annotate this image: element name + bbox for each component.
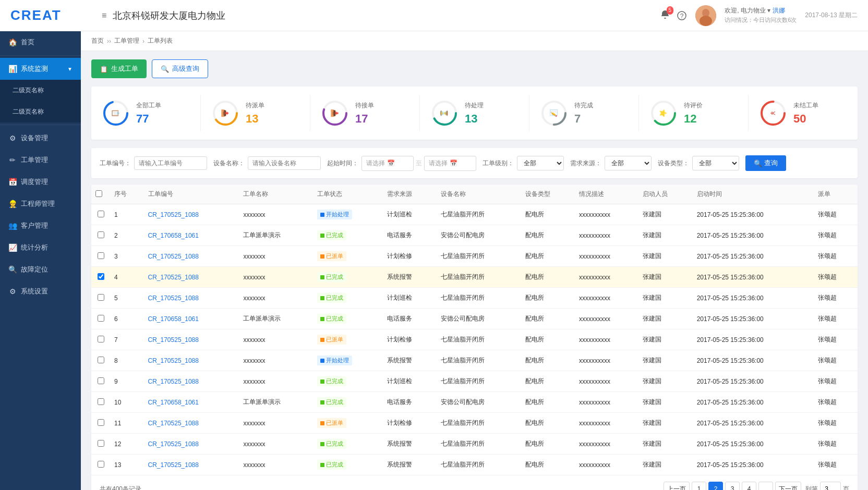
sidebar-item-sub2[interactable]: 二级页名称 — [0, 101, 81, 123]
sidebar-label-customer: 客户管理 — [21, 221, 48, 230]
row-checkbox[interactable] — [98, 315, 104, 322]
sidebar-item-fault[interactable]: 🔍 故障定位 — [0, 259, 81, 280]
device-name-input[interactable] — [248, 156, 321, 170]
row-device-type: 配电所 — [521, 392, 575, 413]
filter-order-level: 工单级别： 全部 — [483, 156, 564, 170]
notification-bell-wrapper[interactable]: 5 — [660, 9, 670, 21]
row-checkbox-cell — [91, 434, 110, 455]
query-search-icon: 🔍 — [754, 160, 762, 167]
table-row[interactable]: 3 CR_170525_1088 xxxxxxx 已派单 计划检修 七星油脂开闭… — [91, 246, 858, 267]
stat-card-2[interactable]: 📥 待接单 17 — [310, 95, 420, 131]
page-main-title: 北京科锐研发大厦电力物业 — [113, 9, 225, 22]
stat-info-3: 待处理 13 — [465, 101, 484, 126]
sidebar-item-device-mgmt[interactable]: ⚙ 设备管理 — [0, 127, 81, 149]
sidebar-label-sub2: 二级页名称 — [13, 107, 44, 116]
query-button[interactable]: 🔍 查询 — [745, 155, 786, 171]
stat-card-5[interactable]: ⭐ 待评价 12 — [639, 95, 749, 131]
table-row[interactable]: 10 CR_170658_1061 工单派单演示 已完成 电话服务 安德公司配电… — [91, 392, 858, 413]
row-checkbox[interactable] — [98, 357, 104, 363]
th-checkbox — [91, 185, 110, 204]
row-desc: xxxxxxxxxx — [575, 350, 639, 371]
row-start-time: 2017-05-25 15:25:36:00 — [693, 204, 814, 225]
row-demand-source: 计划检修 — [383, 413, 437, 434]
page-btn-3[interactable]: 3 — [725, 482, 740, 490]
table-row[interactable]: 2 CR_170658_1061 工单派单演示 已完成 电话服务 安德公司配电房… — [91, 225, 858, 246]
sidebar-item-customer[interactable]: 👥 客户管理 — [0, 215, 81, 237]
sidebar-item-stats[interactable]: 📈 统计分析 — [0, 237, 81, 259]
row-status: 已完成 — [313, 225, 383, 246]
table-row[interactable]: 7 CR_170525_1088 xxxxxxx 已派单 计划检修 七星油脂开闭… — [91, 329, 858, 350]
row-checkbox[interactable] — [98, 377, 104, 384]
sidebar-item-schedule[interactable]: 📅 调度管理 — [0, 171, 81, 193]
svg-text:📥: 📥 — [330, 109, 339, 118]
row-checkbox[interactable] — [98, 398, 104, 405]
sidebar-item-work-order[interactable]: ✏ 工单管理 — [0, 149, 81, 171]
stat-card-6[interactable]: ¥ 未结工单 50 — [749, 95, 858, 131]
menu-toggle-icon[interactable]: ≡ — [102, 11, 106, 20]
row-checkbox[interactable] — [98, 419, 104, 426]
row-order-no: CR_170525_1088 — [144, 329, 239, 350]
stat-card-0[interactable]: 📋 全部工单 77 — [91, 95, 201, 131]
sidebar-item-settings[interactable]: ⚙ 系统设置 — [0, 280, 81, 302]
sidebar-item-sub1[interactable]: 二级页名称 — [0, 80, 81, 101]
table-row[interactable]: 4 CR_170525_1088 xxxxxxx 已完成 系统报警 七星油脂开闭… — [91, 267, 858, 288]
row-desc: xxxxxxxxxx — [575, 455, 639, 475]
order-no-input[interactable] — [134, 156, 207, 170]
table-row[interactable]: 9 CR_170525_1088 xxxxxxx 已完成 计划巡检 七星油脂开闭… — [91, 371, 858, 392]
prev-page-button[interactable]: 上一页 — [664, 482, 690, 490]
row-demand-source: 计划检修 — [383, 246, 437, 267]
row-checkbox[interactable] — [98, 211, 104, 217]
table-row[interactable]: 11 CR_170525_1088 xxxxxxx 已派单 计划检修 七星油脂开… — [91, 413, 858, 434]
table-row[interactable]: 12 CR_170525_1088 xxxxxxx 已完成 系统报警 七星油脂开… — [91, 434, 858, 455]
sidebar-item-engineer[interactable]: 👷 工程师管理 — [0, 193, 81, 215]
stat-ring-5: ⭐ — [649, 99, 678, 127]
sidebar-item-system-monitor[interactable]: 📊 系统监测 ▼ — [0, 58, 81, 80]
page-btn-4[interactable]: 4 — [742, 482, 756, 490]
sidebar-item-home[interactable]: 🏠 首页 — [0, 31, 81, 53]
row-checkbox[interactable] — [98, 336, 104, 342]
row-checkbox[interactable] — [98, 294, 104, 301]
page-btn-2[interactable]: 2 — [708, 482, 723, 490]
row-checkbox[interactable] — [98, 231, 104, 238]
stat-card-4[interactable]: 📝 待完成 7 — [529, 95, 639, 131]
user-info-block: 欢迎, 电力物业 ▾ 洪娜 访问情况：今日访问次数6次 — [725, 6, 797, 25]
row-dispatcher: 张颂超 — [814, 267, 858, 288]
row-order-no: CR_170525_1088 — [144, 434, 239, 455]
table-footer: 共有400条记录 上一页1234...下一页 到第 页 — [91, 475, 858, 490]
order-level-select[interactable]: 全部 — [517, 156, 564, 170]
start-date-input[interactable]: 请选择 📅 — [361, 156, 414, 171]
table-row[interactable]: 8 CR_170525_1088 xxxxxxx 开始处理 系统报警 七星油脂开… — [91, 350, 858, 371]
row-checkbox[interactable] — [98, 273, 104, 280]
stat-card-3[interactable]: ⏳ 待处理 13 — [420, 95, 529, 131]
row-checkbox[interactable] — [98, 461, 104, 468]
row-checkbox[interactable] — [98, 440, 104, 447]
top-header: CREAT ≡ 北京科锐研发大厦电力物业 5 ? — [0, 0, 868, 31]
create-order-button[interactable]: 📋 生成工单 — [91, 59, 147, 78]
th-starter: 启动人员 — [638, 185, 692, 204]
device-type-select[interactable]: 全部 — [692, 156, 739, 170]
row-status: 已完成 — [313, 371, 383, 392]
goto-page-input[interactable] — [820, 482, 841, 490]
pagination: 上一页1234...下一页 — [664, 482, 801, 490]
table-row[interactable]: 6 CR_170658_1061 工单派单演示 已完成 电话服务 安德公司配电房… — [91, 309, 858, 329]
breadcrumb-home[interactable]: 首页 — [91, 36, 104, 45]
row-checkbox[interactable] — [98, 252, 104, 259]
row-demand-source: 计划巡检 — [383, 204, 437, 225]
next-page-button[interactable]: 下一页 — [775, 482, 801, 490]
select-all-checkbox[interactable] — [95, 190, 102, 197]
help-icon[interactable]: ? — [677, 10, 687, 21]
stat-card-1[interactable]: 📤 待派单 13 — [201, 95, 310, 131]
table-row[interactable]: 1 CR_170525_1088 xxxxxxx 开始处理 计划巡检 七星油脂开… — [91, 204, 858, 225]
breadcrumb-parent[interactable]: 工单管理 — [114, 36, 139, 45]
advanced-search-button[interactable]: 🔍 高级查询 — [152, 59, 208, 78]
row-starter: 张建国 — [638, 371, 692, 392]
table-row[interactable]: 5 CR_170525_1088 xxxxxxx 已完成 计划巡检 七星油脂开闭… — [91, 288, 858, 309]
sidebar-label-sub1: 二级页名称 — [13, 86, 44, 95]
filter-device-type-label: 设备类型： — [658, 159, 689, 168]
page-btn-1[interactable]: 1 — [692, 482, 706, 490]
end-date-input[interactable]: 请选择 📅 — [424, 156, 476, 171]
stat-ring-2: 📥 — [321, 99, 349, 127]
table-row[interactable]: 13 CR_170525_1088 xxxxxxx 已完成 系统报警 七星油脂开… — [91, 455, 858, 475]
stat-value-1: 13 — [246, 112, 264, 126]
demand-source-select[interactable]: 全部 — [605, 156, 652, 170]
